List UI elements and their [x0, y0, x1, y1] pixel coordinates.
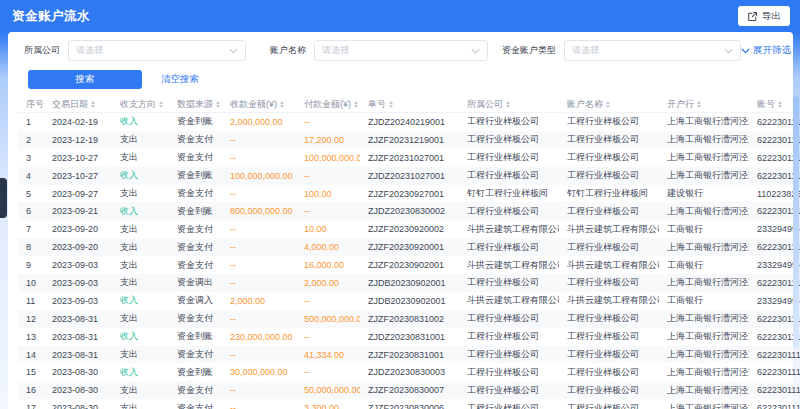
filter-account-name-label: 账户名称	[270, 44, 306, 57]
cell-date: 2023-09-20	[44, 224, 112, 234]
table-row: 152023-08-30收入资金到账30,000,000.00--ZJDZ202…	[18, 363, 793, 381]
cell-receive: 2,000,000.00	[222, 117, 296, 127]
cell-account: 工程行业样板公司	[559, 151, 659, 164]
column-header-8[interactable]: 账户名称	[559, 98, 659, 111]
cell-pay: 100,000,000.00	[296, 153, 360, 163]
cell-receive: --	[222, 350, 296, 360]
sort-caret-icon	[506, 101, 510, 108]
cell-direction: 支出	[112, 151, 169, 164]
cell-company: 工程行业样板公司	[459, 276, 559, 289]
company-select-placeholder: 请选择	[76, 44, 103, 57]
cell-receive: --	[222, 278, 296, 288]
cell-company: 工程行业样板公司	[459, 169, 559, 182]
column-label: 所属公司	[467, 98, 503, 111]
cell-source: 资金支付	[169, 241, 222, 254]
search-button[interactable]: 搜索	[28, 70, 142, 89]
filter-company-label: 所属公司	[24, 44, 60, 57]
expand-filters-label: 展开筛选	[753, 44, 791, 57]
sort-caret-icon	[91, 101, 95, 108]
column-header-2[interactable]: 收支方向	[112, 98, 169, 111]
cell-receive: 30,000,000.00	[222, 367, 296, 377]
cell-receive: 800,000,000.00	[222, 206, 296, 216]
column-header-6[interactable]: 单号	[360, 98, 459, 111]
column-header-1[interactable]: 交易日期	[44, 98, 112, 111]
clear-search-button[interactable]: 清空搜索	[151, 70, 209, 89]
cell-source: 资金到账	[169, 366, 222, 379]
cell-source: 资金支付	[169, 348, 222, 361]
cell-no: 11	[18, 296, 44, 306]
table-body: 12024-02-19收入资金到账2,000,000.00--ZJDZ20240…	[18, 113, 793, 409]
cell-order_no: ZJDB20230902001	[360, 296, 459, 306]
cell-account: 钉钉工程行业样板间	[559, 187, 659, 200]
cell-account: 工程行业样板公司	[559, 276, 659, 289]
column-header-7[interactable]: 所属公司	[459, 98, 559, 111]
cell-no: 9	[18, 260, 44, 270]
table-row: 32023-10-27支出资金支付--100,000,000.00ZJZF202…	[18, 149, 793, 167]
cell-order_no: ZJDB20230902001	[360, 278, 459, 288]
column-header-3[interactable]: 数据来源	[169, 98, 222, 111]
cell-bank: 工商银行	[659, 223, 749, 236]
cell-bank: 上海工商银行漕河泾支行	[659, 276, 749, 289]
cell-receive: 230,000,000.00	[222, 332, 296, 342]
cell-account: 工程行业样板公司	[559, 312, 659, 325]
cell-account: 工程行业样板公司	[559, 115, 659, 128]
cell-date: 2023-12-19	[44, 135, 112, 145]
cell-date: 2023-09-20	[44, 242, 112, 252]
cell-bank: 上海工商银行漕河泾支行	[659, 312, 749, 325]
table-row: 142023-08-31支出资金支付--41,334.00ZJZF2023083…	[18, 346, 793, 364]
expand-filters-link[interactable]: 展开筛选	[741, 44, 793, 57]
company-select[interactable]: 请选择	[68, 40, 246, 61]
cell-receive: --	[222, 242, 296, 252]
cell-pay: 10.00	[296, 224, 360, 234]
cell-account: 工程行业样板公司	[559, 330, 659, 343]
cell-receive: 100,000,000.00	[222, 171, 296, 181]
column-header-4[interactable]: 收款金额(¥)	[222, 98, 296, 111]
table-row: 72023-09-20支出资金支付--10.00ZJZF20230920002斗…	[18, 220, 793, 238]
cell-date: 2023-09-03	[44, 278, 112, 288]
cell-bank: 工商银行	[659, 259, 749, 272]
cell-direction: 收入	[112, 294, 169, 307]
cell-company: 工程行业样板公司	[459, 366, 559, 379]
cell-company: 钉钉工程行业样板间	[459, 187, 559, 200]
column-header-5[interactable]: 付款金额(¥)	[296, 98, 360, 111]
scrollbar-thumb[interactable]	[793, 96, 799, 348]
column-label: 单号	[368, 98, 386, 111]
cell-pay: --	[296, 171, 360, 181]
cell-bank: 上海工商银行漕河泾支行	[659, 330, 749, 343]
cell-direction: 支出	[112, 384, 169, 397]
cell-pay: 100.00	[296, 189, 360, 199]
cell-source: 资金支付	[169, 133, 222, 146]
cell-company: 工程行业样板公司	[459, 133, 559, 146]
cell-account: 工程行业样板公司	[559, 241, 659, 254]
cell-order_no: ZJZF20230831002	[360, 314, 459, 324]
sort-caret-icon	[778, 101, 782, 108]
cell-date: 2023-08-31	[44, 314, 112, 324]
column-header-0: 序号	[18, 98, 44, 111]
cell-source: 资金到账	[169, 205, 222, 218]
cell-order_no: ZJZF20230830006	[360, 403, 459, 409]
cell-date: 2023-10-27	[44, 171, 112, 181]
cell-pay: --	[296, 117, 360, 127]
cell-source: 资金到账	[169, 330, 222, 343]
export-button-label: 导出	[762, 10, 781, 23]
cell-receive: --	[222, 189, 296, 199]
table-row: 82023-09-20支出资金支付--4,000.00ZJZF202309200…	[18, 238, 793, 256]
column-header-9[interactable]: 开户行	[659, 98, 749, 111]
account-name-select[interactable]: 请选择	[314, 40, 488, 61]
table-row: 162023-08-30支出资金支付--50,000,000.00ZJZF202…	[18, 381, 793, 399]
cell-order_no: ZJZF20230920002	[360, 224, 459, 234]
cell-order_no: ZJDZ20230831001	[360, 332, 459, 342]
export-button[interactable]: 导出	[738, 6, 790, 26]
sort-caret-icon	[216, 101, 220, 108]
table-row: 112023-09-03收入资金调入2,000.00--ZJDB20230902…	[18, 292, 793, 310]
cell-order_no: ZJZF20230920001	[360, 242, 459, 252]
cell-direction: 收入	[112, 169, 169, 182]
side-drawer-handle[interactable]	[0, 178, 7, 218]
sort-caret-icon	[280, 101, 284, 108]
cell-direction: 支出	[112, 223, 169, 236]
table-row: 22023-12-19支出资金支付--17,200.00ZJZF20231219…	[18, 131, 793, 149]
cell-bank: 上海工商银行漕河泾支行	[659, 366, 749, 379]
cell-company: 斗拱云建筑工程有限公司	[459, 223, 559, 236]
cell-receive: --	[222, 403, 296, 409]
account-type-select[interactable]: 请选择	[564, 40, 741, 61]
